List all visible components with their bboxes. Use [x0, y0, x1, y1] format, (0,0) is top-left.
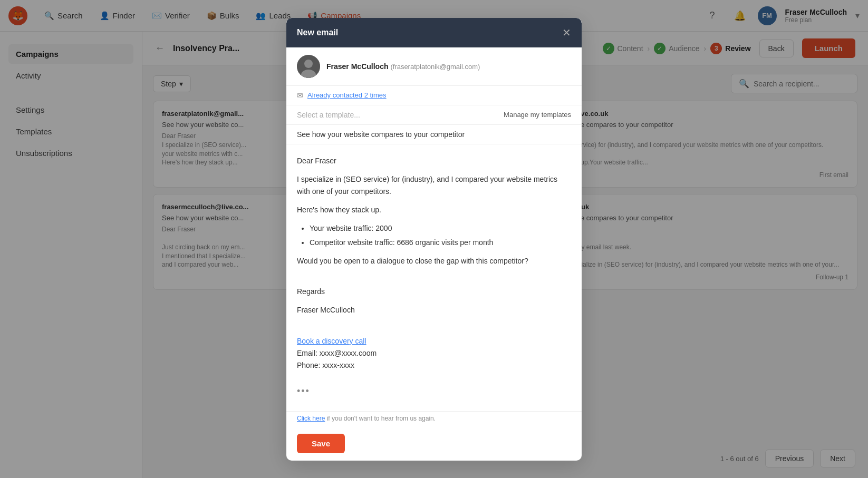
sender-avatar: [297, 55, 320, 78]
new-email-modal: New email ✕ Fraser McCulloch (fraseratpl…: [286, 18, 582, 461]
unsubscribe-link[interactable]: Click here: [297, 415, 325, 422]
body-para3: Would you be open to a dialogue to close…: [297, 255, 571, 267]
save-button[interactable]: Save: [297, 434, 345, 453]
template-select-row[interactable]: Select a template... Manage my templates: [286, 105, 582, 125]
greeting: Dear Fraser: [297, 155, 571, 167]
unsubscribe-row: Click here if you don't want to hear fro…: [286, 412, 582, 426]
sender-name-body: Fraser McCulloch: [297, 304, 571, 316]
sender-info: Fraser McCulloch (fraseratplatonik@gmail…: [326, 62, 480, 71]
modal-title: New email: [297, 28, 338, 37]
regards: Regards: [297, 286, 571, 298]
envelope-icon: ✉: [297, 91, 303, 100]
modal-body: Fraser McCulloch (fraseratplatonik@gmail…: [286, 47, 582, 426]
contacted-link[interactable]: Already contacted 2 times: [307, 91, 387, 99]
phone-line: Phone: xxxx-xxxx: [297, 361, 354, 369]
svg-point-3: [304, 60, 313, 68]
email-line: Email: xxxx@xxxx.coom: [297, 349, 377, 357]
modal-close-button[interactable]: ✕: [562, 26, 571, 39]
ellipsis-dots: •••: [297, 384, 571, 399]
modal-header: New email ✕: [286, 18, 582, 47]
body-para2: Here's how they stack up.: [297, 204, 571, 216]
sender-row: Fraser McCulloch (fraseratplatonik@gmail…: [286, 47, 582, 86]
template-placeholder: Select a template...: [297, 111, 360, 119]
discovery-call-link[interactable]: Book a discovery call: [297, 337, 367, 345]
body-para1: I specialize in (SEO service) for (indus…: [297, 173, 571, 198]
modal-footer: Save: [286, 426, 582, 461]
modal-overlay: New email ✕ Fraser McCulloch (fraseratpl…: [0, 0, 868, 478]
contacted-row: ✉ Already contacted 2 times: [286, 86, 582, 105]
email-body-area[interactable]: Dear Fraser I specialize in (SEO service…: [286, 144, 582, 412]
manage-templates-link[interactable]: Manage my templates: [504, 111, 571, 119]
bullet-list: Your website traffic: 2000 Competitor we…: [297, 222, 571, 249]
subject-row: See how your website compares to your co…: [286, 125, 582, 144]
